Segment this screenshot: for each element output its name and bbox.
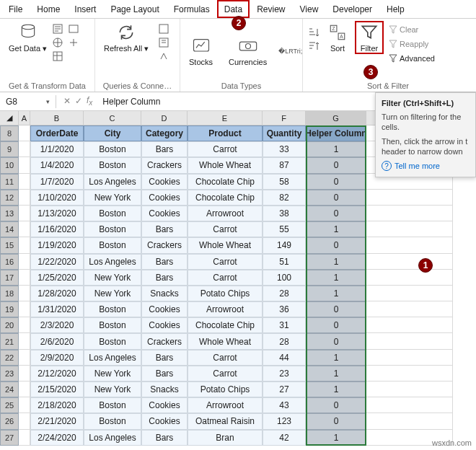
cell-helper[interactable]: 1 <box>306 286 366 301</box>
refresh-all-button[interactable]: Refresh All ▾ <box>100 21 153 54</box>
cell-helper[interactable]: 0 <box>306 206 366 221</box>
row-header[interactable]: 11 <box>0 174 19 190</box>
cell-helper[interactable]: 0 <box>306 301 366 317</box>
menu-home[interactable]: Home <box>30 0 67 18</box>
cell[interactable] <box>366 413 453 429</box>
cell[interactable] <box>19 301 30 317</box>
cell[interactable]: 38 <box>263 206 306 221</box>
cell[interactable]: 27 <box>263 381 306 397</box>
cell-helper[interactable]: 0 <box>306 237 366 253</box>
cell[interactable] <box>366 301 453 317</box>
col-G[interactable]: G <box>306 111 366 125</box>
cell[interactable] <box>19 413 30 429</box>
cell[interactable] <box>19 317 30 333</box>
cell[interactable]: 28 <box>263 333 306 349</box>
cell[interactable]: Bars <box>141 141 188 157</box>
header-helper[interactable]: Helper Column <box>306 125 366 141</box>
cell[interactable]: Los Angeles <box>84 254 141 270</box>
cell[interactable]: 82 <box>263 190 306 206</box>
row-header[interactable]: 21 <box>0 333 19 349</box>
menu-review[interactable]: Review <box>250 0 292 18</box>
cell[interactable]: 44 <box>263 350 306 366</box>
cell-helper[interactable]: 1 <box>306 141 366 157</box>
header-quantity[interactable]: Quantity <box>263 125 306 141</box>
cell[interactable]: Carrot <box>188 221 263 237</box>
cell[interactable]: 33 <box>263 141 306 157</box>
header-city[interactable]: City <box>84 125 141 141</box>
menu-view[interactable]: View <box>293 0 326 18</box>
menu-insert[interactable]: Insert <box>67 0 103 18</box>
row-header[interactable]: 19 <box>0 301 19 317</box>
existing-conn-icon[interactable] <box>67 36 80 49</box>
cell[interactable] <box>366 206 453 221</box>
cell[interactable] <box>19 157 30 173</box>
header-orderdate[interactable]: OrderDate <box>30 125 84 141</box>
cell[interactable]: Bars <box>141 221 188 237</box>
cell[interactable] <box>366 254 453 270</box>
cell[interactable]: 2/18/2020 <box>30 397 84 413</box>
cell[interactable]: 58 <box>263 174 306 190</box>
cell[interactable]: Crackers <box>141 333 188 349</box>
queries-icon[interactable] <box>157 22 170 35</box>
cell-helper[interactable]: 1 <box>306 430 366 446</box>
row-header[interactable]: 14 <box>0 221 19 237</box>
cell[interactable]: Cookies <box>141 301 188 317</box>
row-header[interactable]: 13 <box>0 206 19 221</box>
cell[interactable]: Chocolate Chip <box>188 317 263 333</box>
menu-developer[interactable]: Developer <box>325 0 379 18</box>
advanced-button[interactable]: Advanced <box>387 53 436 64</box>
cell[interactable]: 51 <box>263 254 306 270</box>
cell[interactable]: New York <box>84 190 141 206</box>
cell[interactable]: 87 <box>263 157 306 173</box>
cell[interactable]: New York <box>84 286 141 301</box>
cell[interactable]: New York <box>84 381 141 397</box>
row-header[interactable]: 16 <box>0 254 19 270</box>
cell[interactable]: 1/22/2020 <box>30 254 84 270</box>
cell[interactable]: 2/12/2020 <box>30 366 84 381</box>
cell[interactable]: Arrowroot <box>188 301 263 317</box>
cell[interactable] <box>19 206 30 221</box>
row-header[interactable]: 27 <box>0 430 19 446</box>
cell[interactable] <box>19 270 30 286</box>
stocks-button[interactable]: Stocks <box>185 35 217 68</box>
cell[interactable]: Potato Chips <box>188 381 263 397</box>
cell[interactable]: 2/6/2020 <box>30 333 84 349</box>
cell[interactable] <box>366 190 453 206</box>
cell[interactable]: Chocolate Chip <box>188 174 263 190</box>
from-text-icon[interactable] <box>51 22 64 35</box>
cell[interactable] <box>366 270 453 286</box>
cell[interactable]: 1/19/2020 <box>30 237 84 253</box>
cell[interactable]: Cookies <box>141 413 188 429</box>
cell[interactable] <box>19 125 30 141</box>
cell[interactable]: 28 <box>263 286 306 301</box>
cell[interactable]: 1/13/2020 <box>30 206 84 221</box>
cell[interactable]: 1/28/2020 <box>30 286 84 301</box>
cell[interactable]: 1/7/2020 <box>30 174 84 190</box>
menu-help[interactable]: Help <box>379 0 412 18</box>
menu-formulas[interactable]: Formulas <box>167 0 217 18</box>
cell-helper[interactable]: 1 <box>306 221 366 237</box>
cell[interactable]: Arrowroot <box>188 397 263 413</box>
cell[interactable]: Potato Chips <box>188 286 263 301</box>
cell[interactable]: Arrowroot <box>188 206 263 221</box>
get-data-button[interactable]: Get Data ▾ <box>4 21 51 54</box>
sort-desc-icon[interactable] <box>307 40 320 53</box>
cell[interactable]: 55 <box>263 221 306 237</box>
cell[interactable]: Carrot <box>188 270 263 286</box>
cell[interactable]: 123 <box>263 413 306 429</box>
cell[interactable] <box>19 141 30 157</box>
cell[interactable]: Boston <box>84 206 141 221</box>
edit-links-icon[interactable] <box>157 50 170 63</box>
cell[interactable]: Boston <box>84 141 141 157</box>
cell[interactable] <box>366 317 453 333</box>
cell[interactable] <box>19 174 30 190</box>
cell[interactable]: Carrot <box>188 350 263 366</box>
overflow-icon[interactable]: �LRTri; <box>278 48 302 55</box>
cell[interactable]: Boston <box>84 413 141 429</box>
recent-sources-icon[interactable] <box>67 22 80 35</box>
row-header[interactable]: 9 <box>0 141 19 157</box>
cell[interactable]: Cookies <box>141 397 188 413</box>
row-header[interactable]: 23 <box>0 366 19 381</box>
cell[interactable] <box>366 397 453 413</box>
from-web-icon[interactable] <box>51 36 64 49</box>
